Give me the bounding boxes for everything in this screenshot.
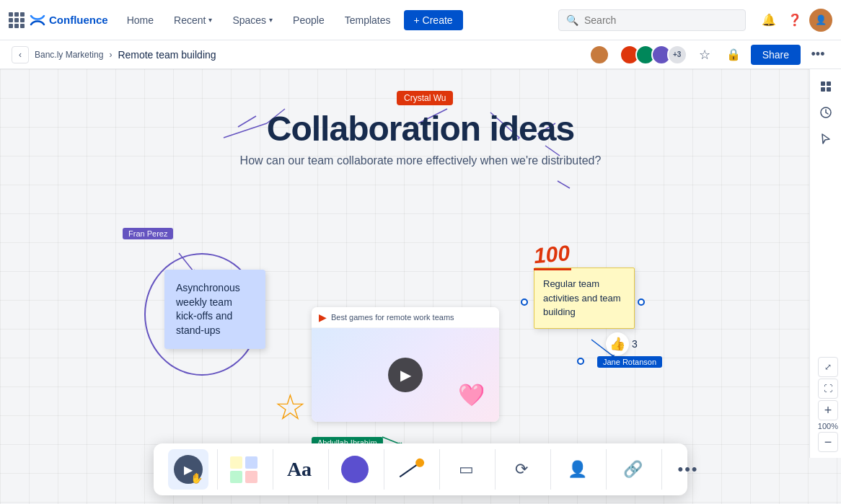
- whiteboard-title-block: Collaboration ideas How can our team col…: [240, 109, 602, 167]
- shape-tool-button[interactable]: [335, 449, 375, 490]
- create-button[interactable]: + Create: [404, 10, 463, 30]
- history-button[interactable]: [814, 101, 837, 124]
- zoom-controls: ⤢ ⛶ + 100% −: [818, 357, 838, 452]
- restrict-button[interactable]: 🔒: [722, 43, 745, 66]
- collaborator-count[interactable]: +3: [667, 45, 687, 65]
- connection-dot-2: [638, 299, 645, 306]
- nav-recent[interactable]: Recent ▾: [167, 10, 219, 30]
- connection-dot-3: [577, 358, 584, 365]
- user-avatar[interactable]: 👤: [809, 9, 832, 32]
- whiteboard-canvas[interactable]: Crystal Wu Collaboration ideas How can o…: [0, 69, 841, 504]
- toolbar-connector-section: ⟳: [495, 449, 547, 490]
- zoom-fill-button[interactable]: ⛶: [818, 379, 838, 399]
- more-icon: •••: [677, 460, 698, 479]
- video-card-header: ▶ Best games for remote work teams: [312, 307, 499, 328]
- nav-templates[interactable]: Templates: [338, 10, 398, 30]
- help-button[interactable]: ❓: [783, 9, 806, 32]
- toolbar-card-section: ▭: [439, 449, 492, 490]
- sidebar-toggle-button[interactable]: ‹: [12, 46, 29, 63]
- play-button[interactable]: ▶: [388, 358, 423, 392]
- whiteboard-title: Collaboration ideas: [240, 109, 602, 149]
- video-thumbnail[interactable]: ▶ 🩷: [312, 328, 499, 422]
- svg-rect-12: [827, 81, 831, 86]
- zoom-out-button[interactable]: −: [818, 432, 838, 452]
- blue-sticky-note[interactable]: Asynchronous weekly team kick-offs and s…: [164, 270, 265, 349]
- thumbs-up-icon[interactable]: 👍: [606, 332, 629, 355]
- search-box[interactable]: 🔍: [558, 9, 746, 31]
- table-view-button[interactable]: [814, 75, 837, 98]
- fran-perez-tag: Fran Perez: [123, 228, 173, 239]
- text-tool-button[interactable]: Aa: [279, 449, 320, 490]
- more-tools-button[interactable]: •••: [668, 449, 708, 490]
- svg-rect-13: [821, 87, 825, 92]
- text-icon: Aa: [287, 458, 312, 481]
- toolbar-line-section: [384, 449, 436, 490]
- score-100: 100: [534, 242, 571, 270]
- nav-people[interactable]: People: [286, 10, 332, 30]
- link-icon: 🔗: [623, 460, 643, 479]
- star-shape: ☆: [274, 386, 307, 428]
- toolbar-text-section: Aa: [273, 449, 325, 490]
- link-tool-button[interactable]: 🔗: [612, 449, 653, 490]
- search-input[interactable]: [584, 14, 738, 26]
- page-title: Remote team building: [118, 49, 216, 61]
- cursor-button[interactable]: [814, 127, 837, 150]
- toolbar-select-section: ▶ ✋: [162, 449, 214, 490]
- toolbar-shape-section: [328, 449, 381, 490]
- sticky-notes-tool-button[interactable]: [224, 449, 264, 490]
- notifications-button[interactable]: 🔔: [757, 9, 780, 32]
- svg-rect-14: [827, 87, 831, 92]
- score-underline: [534, 268, 571, 270]
- youtube-icon: ▶: [319, 311, 327, 323]
- toolbar-more-section: •••: [661, 449, 714, 490]
- line-icon: [396, 455, 425, 484]
- thumbs-up-count: 3: [632, 338, 638, 350]
- connection-dot-1: [521, 299, 528, 306]
- line-tool-button[interactable]: [390, 449, 431, 490]
- card-tool-button[interactable]: ▭: [446, 449, 486, 490]
- crystal-wu-tag: Crystal Wu: [397, 91, 453, 105]
- more-options-button[interactable]: •••: [806, 43, 829, 66]
- zoom-fit-button[interactable]: ⤢: [818, 357, 838, 377]
- yellow-sticky-note[interactable]: Regular team activities and team buildin…: [534, 268, 635, 329]
- grid-icon: [9, 12, 25, 28]
- breadcrumb-parent: Banc.ly Marketing: [35, 50, 103, 60]
- bottom-toolbar: ▶ ✋ Aa: [154, 443, 687, 495]
- collaborator-avatars-group[interactable]: +3: [620, 45, 687, 65]
- connector-tool-button[interactable]: ⟳: [501, 449, 542, 490]
- star-button[interactable]: ☆: [693, 43, 716, 66]
- search-icon: 🔍: [566, 14, 578, 26]
- connector-icon: ⟳: [515, 460, 528, 479]
- person-icon: 👤: [568, 460, 587, 479]
- navbar: Confluence Home Recent ▾ Spaces ▾ People…: [0, 0, 841, 40]
- person-tool-button[interactable]: 👤: [557, 449, 597, 490]
- chevron-down-icon: ▾: [269, 16, 273, 24]
- svg-rect-11: [821, 81, 825, 86]
- card-icon: ▭: [459, 460, 474, 479]
- toolbar-link-section: 🔗: [606, 449, 659, 490]
- app-logo[interactable]: Confluence: [9, 12, 108, 29]
- breadcrumb-separator: ›: [109, 50, 112, 60]
- svg-line-10: [558, 181, 570, 188]
- jane-rotanson-tag: Jane Rotanson: [597, 356, 662, 368]
- zoom-in-button[interactable]: +: [818, 400, 838, 420]
- zoom-level-display: 100%: [818, 422, 838, 430]
- share-button[interactable]: Share: [751, 45, 801, 65]
- shape-icon: [341, 456, 369, 483]
- video-card[interactable]: ▶ Best games for remote work teams ▶ 🩷: [312, 307, 499, 422]
- nav-home[interactable]: Home: [120, 10, 161, 30]
- hand-icon: ✋: [190, 472, 203, 484]
- confluence-brand: Confluence: [29, 12, 108, 29]
- whiteboard-subtitle: How can our team collaborate more effect…: [240, 154, 602, 167]
- nav-spaces[interactable]: Spaces ▾: [225, 10, 280, 30]
- chevron-down-icon: ▾: [208, 16, 212, 24]
- main-container: Crystal Wu Collaboration ideas How can o…: [0, 69, 841, 504]
- sticky-notes-icon: [230, 456, 257, 483]
- select-tool-button[interactable]: ▶ ✋: [168, 449, 208, 490]
- breadcrumb-bar: ‹ Banc.ly Marketing › Remote team buildi…: [0, 40, 841, 69]
- heart-icon: 🩷: [458, 382, 485, 407]
- thumbs-up-reaction[interactable]: 👍 3: [606, 332, 638, 355]
- collaborator-avatar-solo[interactable]: [589, 45, 609, 65]
- toolbar-notes-section: [217, 449, 270, 490]
- breadcrumb-actions: +3 ☆ 🔒 Share •••: [589, 43, 829, 66]
